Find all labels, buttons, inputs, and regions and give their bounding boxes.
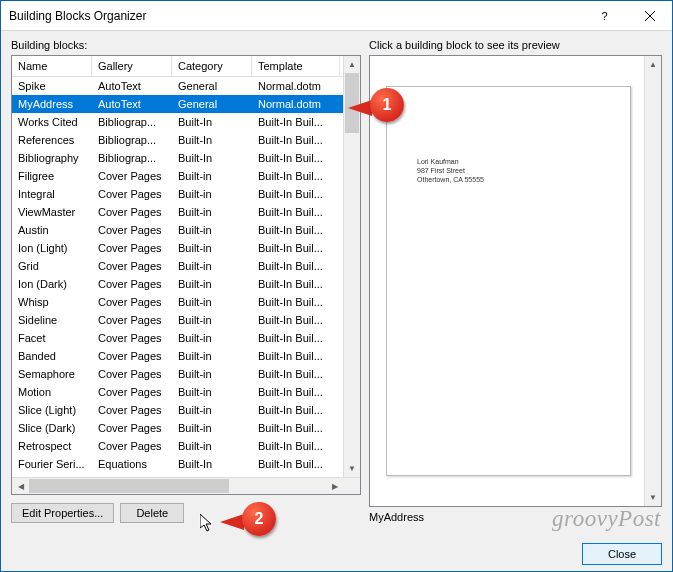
preview-line-2: 987 First Street [417, 166, 600, 175]
close-button[interactable]: Close [582, 543, 662, 565]
cell-name: Slice (Dark) [12, 422, 92, 434]
table-row[interactable]: Fourier Seri...EquationsBuilt-InBuilt-In… [12, 455, 360, 473]
cell-gallery: Cover Pages [92, 242, 172, 254]
table-row[interactable]: Ion (Light)Cover PagesBuilt-inBuilt-In B… [12, 239, 360, 257]
close-icon [645, 11, 655, 21]
cell-category: Built-in [172, 314, 252, 326]
scroll-up-button[interactable]: ▲ [344, 56, 360, 73]
column-header-gallery[interactable]: Gallery [92, 56, 172, 76]
left-panel: Building blocks: Name Gallery Category T… [11, 39, 361, 523]
table-row[interactable]: WhispCover PagesBuilt-inBuilt-In Buil... [12, 293, 360, 311]
cell-gallery: Cover Pages [92, 296, 172, 308]
table-row[interactable]: IntegralCover PagesBuilt-inBuilt-In Buil… [12, 185, 360, 203]
cell-template: Built-In Buil... [252, 314, 340, 326]
cell-gallery: AutoText [92, 80, 172, 92]
close-window-button[interactable] [627, 1, 672, 30]
preview-scroll-down[interactable]: ▼ [645, 489, 661, 506]
cell-name: Ion (Light) [12, 242, 92, 254]
table-row[interactable]: AustinCover PagesBuilt-inBuilt-In Buil..… [12, 221, 360, 239]
cell-category: General [172, 80, 252, 92]
cell-template: Built-In Buil... [252, 242, 340, 254]
watermark: groovyPost [552, 506, 661, 532]
cell-category: Built-in [172, 350, 252, 362]
table-row[interactable]: SidelineCover PagesBuilt-inBuilt-In Buil… [12, 311, 360, 329]
cell-template: Built-In Buil... [252, 458, 340, 470]
help-button[interactable]: ? [582, 1, 627, 30]
cell-gallery: Cover Pages [92, 368, 172, 380]
cell-name: Integral [12, 188, 92, 200]
scroll-right-button[interactable]: ▶ [326, 478, 343, 494]
edit-properties-button[interactable]: Edit Properties... [11, 503, 114, 523]
cell-category: Built-in [172, 368, 252, 380]
building-blocks-list[interactable]: Name Gallery Category Template SpikeAuto… [11, 55, 361, 495]
scroll-left-button[interactable]: ◀ [12, 478, 29, 494]
cell-name: Bibliography [12, 152, 92, 164]
dialog-footer: Close [1, 533, 672, 572]
table-row[interactable]: ViewMasterCover PagesBuilt-inBuilt-In Bu… [12, 203, 360, 221]
table-row[interactable]: SemaphoreCover PagesBuilt-inBuilt-In Bui… [12, 365, 360, 383]
preview-vertical-scrollbar[interactable]: ▲ ▼ [644, 56, 661, 506]
preview-scroll-up[interactable]: ▲ [645, 56, 661, 73]
cell-template: Built-In Buil... [252, 134, 340, 146]
scroll-down-button[interactable]: ▼ [344, 460, 360, 477]
table-row[interactable]: RetrospectCover PagesBuilt-inBuilt-In Bu… [12, 437, 360, 455]
cell-template: Built-In Buil... [252, 170, 340, 182]
table-row[interactable]: GridCover PagesBuilt-inBuilt-In Buil... [12, 257, 360, 275]
cell-gallery: Cover Pages [92, 422, 172, 434]
column-header-name[interactable]: Name [12, 56, 92, 76]
cell-template: Built-In Buil... [252, 188, 340, 200]
cell-gallery: Cover Pages [92, 224, 172, 236]
cell-template: Normal.dotm [252, 80, 340, 92]
cell-name: Spike [12, 80, 92, 92]
cell-gallery: Cover Pages [92, 278, 172, 290]
table-row[interactable]: FiligreeCover PagesBuilt-inBuilt-In Buil… [12, 167, 360, 185]
cell-gallery: Cover Pages [92, 386, 172, 398]
cell-template: Built-In Buil... [252, 116, 340, 128]
cell-gallery: Cover Pages [92, 332, 172, 344]
table-row[interactable]: MyAddressAutoTextGeneralNormal.dotm [12, 95, 360, 113]
table-row[interactable]: FacetCover PagesBuilt-inBuilt-In Buil... [12, 329, 360, 347]
titlebar: Building Blocks Organizer ? [1, 1, 672, 31]
cell-category: Built-in [172, 260, 252, 272]
callout-1: 1 [370, 88, 404, 122]
table-row[interactable]: BandedCover PagesBuilt-inBuilt-In Buil..… [12, 347, 360, 365]
cell-template: Built-In Buil... [252, 152, 340, 164]
cell-name: MyAddress [12, 98, 92, 110]
cell-category: Built-in [172, 188, 252, 200]
delete-button[interactable]: Delete [120, 503, 184, 523]
table-row[interactable]: Slice (Light)Cover PagesBuilt-inBuilt-In… [12, 401, 360, 419]
table-row[interactable]: SpikeAutoTextGeneralNormal.dotm [12, 77, 360, 95]
table-row[interactable]: MotionCover PagesBuilt-inBuilt-In Buil..… [12, 383, 360, 401]
column-header-template[interactable]: Template [252, 56, 340, 76]
cell-category: Built-in [172, 386, 252, 398]
cell-gallery: Cover Pages [92, 206, 172, 218]
list-header: Name Gallery Category Template [12, 56, 360, 77]
column-header-category[interactable]: Category [172, 56, 252, 76]
table-row[interactable]: Slice (Dark)Cover PagesBuilt-inBuilt-In … [12, 419, 360, 437]
cell-name: Facet [12, 332, 92, 344]
table-row[interactable]: ReferencesBibliograp...Built-InBuilt-In … [12, 131, 360, 149]
cell-category: Built-in [172, 404, 252, 416]
table-row[interactable]: Ion (Dark)Cover PagesBuilt-inBuilt-In Bu… [12, 275, 360, 293]
cell-gallery: Bibliograp... [92, 134, 172, 146]
cell-name: Grid [12, 260, 92, 272]
table-row[interactable]: BibliographyBibliograp...Built-InBuilt-I… [12, 149, 360, 167]
left-button-row: Edit Properties... Delete [11, 503, 361, 523]
cell-template: Built-In Buil... [252, 368, 340, 380]
cell-category: Built-in [172, 440, 252, 452]
table-row[interactable]: Works CitedBibliograp...Built-InBuilt-In… [12, 113, 360, 131]
cell-name: Banded [12, 350, 92, 362]
list-body: SpikeAutoTextGeneralNormal.dotmMyAddress… [12, 77, 360, 494]
cell-category: Built-In [172, 152, 252, 164]
preview-line-1: Lori Kaufman [417, 157, 600, 166]
cell-name: Retrospect [12, 440, 92, 452]
horizontal-scroll-thumb[interactable] [29, 479, 229, 493]
cell-category: Built-In [172, 116, 252, 128]
horizontal-scrollbar[interactable]: ◀ ▶ [12, 477, 360, 494]
hscroll-track[interactable] [29, 478, 326, 494]
vertical-scrollbar[interactable]: ▲ ▼ [343, 56, 360, 477]
cell-name: Works Cited [12, 116, 92, 128]
cell-gallery: Equations [92, 458, 172, 470]
right-panel: Click a building block to see its previe… [369, 39, 662, 523]
cell-gallery: Cover Pages [92, 170, 172, 182]
